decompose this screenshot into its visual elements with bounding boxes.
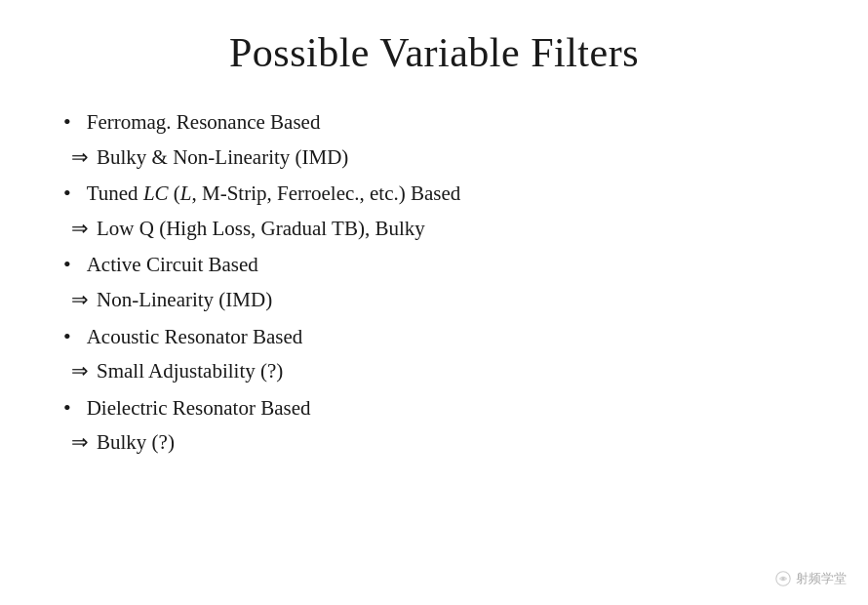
item-text: Dielectric Resonator Based [87, 392, 805, 425]
arrow-icon: ⇒ [71, 141, 89, 175]
svg-point-1 [781, 577, 785, 581]
list-item: • Dielectric Resonator Based [63, 389, 805, 426]
bullet-icon: • [63, 104, 71, 139]
item-text: Tuned LC (L, M-Strip, Ferroelec., etc.) … [87, 178, 805, 211]
watermark-icon [774, 570, 792, 587]
item-text: Bulky & Non-Linearity (IMD) [97, 141, 805, 175]
item-text: Ferromag. Resonance Based [87, 106, 805, 140]
bullet-icon: • [63, 247, 71, 281]
list-item: • Ferromag. Resonance Based [63, 103, 805, 141]
item-text: Active Circuit Based [87, 249, 805, 282]
arrow-icon: ⇒ [71, 284, 89, 317]
arrow-icon: ⇒ [71, 355, 89, 388]
list-item: ⇒ Bulky (?) [63, 425, 805, 461]
item-text: Acoustic Resonator Based [87, 321, 805, 354]
arrow-icon: ⇒ [71, 213, 89, 246]
watermark-text: 射频学堂 [796, 570, 847, 587]
list-item: ⇒ Small Adjustability (?) [63, 354, 805, 389]
item-text: Non-Linearity (IMD) [97, 284, 805, 317]
list-item: ⇒ Bulky & Non-Linearity (IMD) [63, 141, 805, 176]
content-list: • Ferromag. Resonance Based ⇒ Bulky & No… [63, 103, 805, 461]
item-text: Small Adjustability (?) [97, 355, 805, 388]
bullet-icon: • [63, 390, 71, 424]
item-text: Low Q (High Loss, Gradual TB), Bulky [97, 213, 805, 246]
watermark: 射频学堂 [774, 570, 847, 587]
list-item: ⇒ Non-Linearity (IMD) [63, 283, 805, 318]
item-text: Bulky (?) [97, 426, 805, 460]
slide-title: Possible Variable Filters [229, 29, 639, 76]
list-item: • Tuned LC (L, M-Strip, Ferroelec., etc.… [63, 175, 805, 212]
list-item: • Acoustic Resonator Based [63, 318, 805, 355]
list-item: ⇒ Low Q (High Loss, Gradual TB), Bulky [63, 212, 805, 247]
list-item: • Active Circuit Based [63, 246, 805, 283]
slide-container: Possible Variable Filters • Ferromag. Re… [0, 0, 868, 605]
bullet-icon: • [63, 319, 71, 353]
arrow-icon: ⇒ [71, 426, 89, 460]
bullet-icon: • [63, 176, 71, 210]
